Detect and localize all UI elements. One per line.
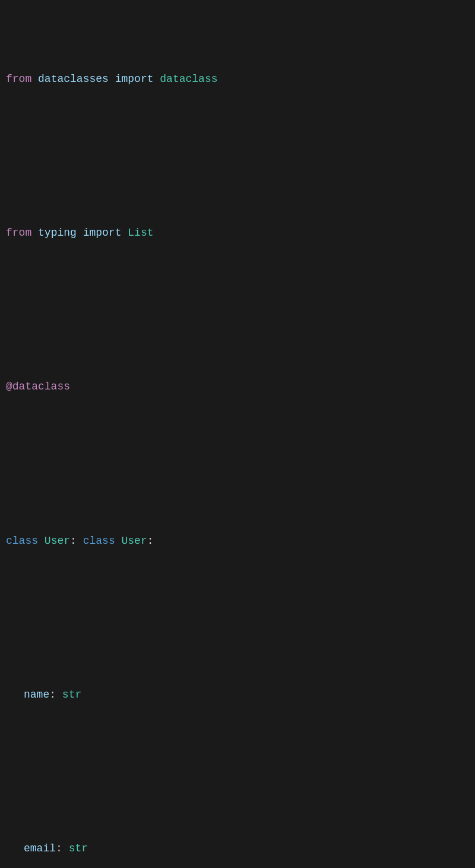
line-import-dataclasses: from dataclasses import dataclass — [6, 69, 469, 88]
line-class-def: class User: class User: — [6, 531, 469, 550]
line-blank-2 — [6, 300, 469, 319]
line-email-field: email: str — [6, 839, 469, 858]
line-blank-3 — [6, 454, 469, 473]
line-import-typing: from typing import List — [6, 223, 469, 242]
line-name-field: name: str — [6, 685, 469, 704]
line-blank-5 — [6, 762, 469, 781]
line-blank-1 — [6, 147, 469, 166]
code-editor: from dataclasses import dataclass from t… — [6, 12, 469, 868]
line-blank-4 — [6, 608, 469, 627]
line-decorator: @dataclass — [6, 377, 469, 396]
